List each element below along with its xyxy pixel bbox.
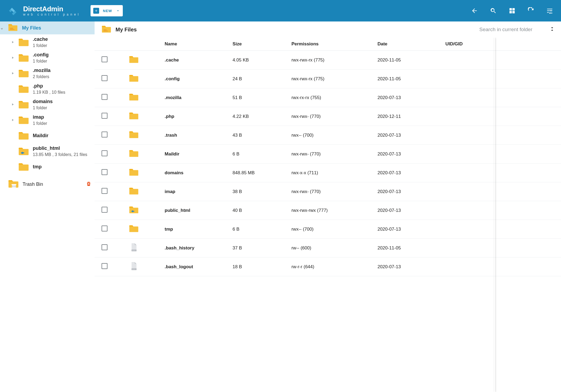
header-actions bbox=[471, 7, 553, 14]
sidebar-item[interactable]: domains1 folder bbox=[0, 97, 95, 112]
folder-icon bbox=[128, 136, 139, 141]
arrow-left-icon bbox=[471, 7, 478, 14]
row-checkbox[interactable] bbox=[102, 56, 107, 62]
column-header-uid[interactable]: UID/GID bbox=[443, 38, 561, 51]
table-row[interactable]: .bash_history37 Brw-- (600)2020-11-05 bbox=[95, 239, 561, 257]
sidebar-item-sub: 1 folder bbox=[33, 106, 53, 110]
row-checkbox[interactable] bbox=[102, 169, 107, 175]
file-date: 2020-07-13 bbox=[375, 164, 443, 182]
table-row[interactable]: public_html40 Brwx-rwx-rwx (777)2020-07-… bbox=[95, 201, 561, 220]
sidebar-item[interactable]: imap1 folder bbox=[0, 112, 95, 128]
table-row[interactable]: .php4.22 KBrwx-rwx- (770)2020-12-11 bbox=[95, 107, 561, 126]
table-row[interactable]: .bash_logout18 Brw-r-r (644)2020-07-13 bbox=[95, 257, 561, 276]
sidebar-trash[interactable]: Trash Bin bbox=[0, 176, 95, 192]
expand-icon[interactable] bbox=[11, 103, 15, 106]
folder-icon bbox=[18, 52, 30, 64]
expand-icon bbox=[11, 150, 15, 153]
file-permissions: rwx-rx-rx (755) bbox=[289, 88, 375, 107]
expand-icon[interactable] bbox=[11, 56, 15, 59]
row-checkbox[interactable] bbox=[102, 75, 107, 81]
sidebar-item-name: .cache bbox=[33, 37, 48, 42]
sidebar-item[interactable]: public_html13.85 MB , 3 folders, 21 file… bbox=[0, 143, 95, 159]
sidebar-item[interactable]: Maildir bbox=[0, 128, 95, 143]
table-row[interactable]: .cache4.05 KBrwx-rwx-rx (775)2020-11-05 bbox=[95, 51, 561, 70]
sidebar-item[interactable]: .mozilla2 folders bbox=[0, 66, 95, 81]
table-row[interactable]: imap38 Brwx-rwx- (770)2020-07-13 bbox=[95, 182, 561, 201]
view-grid-button[interactable] bbox=[508, 7, 516, 14]
column-header-name[interactable]: Name bbox=[163, 38, 231, 51]
table-row[interactable]: .trash43 Brwx-- (700)2020-07-13 bbox=[95, 126, 561, 145]
settings-button[interactable] bbox=[546, 7, 553, 14]
folder-search-input[interactable] bbox=[479, 27, 541, 32]
file-permissions: rwx-rwx- (770) bbox=[289, 107, 375, 126]
sidebar-root[interactable]: My Files bbox=[0, 21, 95, 34]
table-row[interactable]: .config24 Brwx-rwx-rx (775)2020-11-05 bbox=[95, 70, 561, 88]
file-icon bbox=[128, 249, 139, 254]
folder-icon bbox=[128, 117, 139, 122]
sidebar-root-label: My Files bbox=[22, 25, 41, 31]
file-uid-gid bbox=[443, 107, 561, 126]
row-checkbox[interactable] bbox=[102, 132, 107, 137]
grid-icon bbox=[509, 7, 516, 14]
new-button[interactable]: NEW bbox=[91, 5, 123, 16]
table-row[interactable]: domains848.85 MBrwx-x-x (711)2020-07-13 bbox=[95, 164, 561, 182]
file-permissions: rwx-rwx-rx (775) bbox=[289, 51, 375, 70]
sidebar-item[interactable]: .config1 folder bbox=[0, 50, 95, 66]
expand-icon[interactable] bbox=[11, 72, 15, 75]
sidebar: My Files .cache1 folder.config1 folder.m… bbox=[0, 21, 95, 392]
folder-icon bbox=[18, 114, 30, 126]
column-header-size[interactable]: Size bbox=[231, 38, 289, 51]
chevron-down-icon bbox=[116, 9, 120, 13]
file-uid-gid bbox=[443, 88, 561, 107]
file-uid-gid bbox=[443, 220, 561, 239]
empty-trash-icon[interactable] bbox=[86, 181, 91, 187]
row-checkbox[interactable] bbox=[102, 263, 107, 269]
folder-link-icon bbox=[18, 145, 30, 157]
search-button[interactable] bbox=[490, 7, 497, 14]
table-row[interactable]: .mozilla51 Brwx-rx-rx (755)2020-07-13 bbox=[95, 88, 561, 107]
new-button-label: NEW bbox=[103, 9, 112, 13]
column-header-permissions[interactable]: Permissions bbox=[289, 38, 375, 51]
expand-icon bbox=[11, 87, 15, 90]
file-uid-gid bbox=[443, 145, 561, 164]
sidebar-item-sub: 2 folders bbox=[33, 74, 51, 79]
table-row[interactable]: tmp6 Brwx-- (700)2020-07-13 bbox=[95, 220, 561, 239]
file-permissions: rwx-- (700) bbox=[289, 220, 375, 239]
row-checkbox[interactable] bbox=[102, 207, 107, 213]
table-row[interactable]: Maildir6 Brwx-rwx- (770)2020-07-13 bbox=[95, 145, 561, 164]
sidebar-item[interactable]: .php1.19 KB , 10 files bbox=[0, 81, 95, 97]
collapse-toggle[interactable] bbox=[550, 26, 555, 33]
sidebar-item[interactable]: tmp bbox=[0, 159, 95, 175]
file-name: Maildir bbox=[163, 145, 231, 164]
row-checkbox[interactable] bbox=[102, 113, 107, 119]
sidebar-item-sub: 1.19 KB , 10 files bbox=[33, 90, 65, 95]
file-name: .bash_history bbox=[163, 239, 231, 257]
row-checkbox[interactable] bbox=[102, 244, 107, 250]
expand-icon[interactable] bbox=[11, 41, 15, 44]
collapse-root-icon[interactable] bbox=[1, 27, 3, 29]
sidebar-item[interactable]: .cache1 folder bbox=[0, 34, 95, 50]
back-button[interactable] bbox=[471, 7, 478, 14]
file-date: 2020-07-13 bbox=[375, 126, 443, 145]
folder-icon bbox=[128, 192, 139, 197]
file-size: 40 B bbox=[231, 201, 289, 220]
sidebar-item-name: .config bbox=[33, 52, 49, 58]
row-checkbox[interactable] bbox=[102, 94, 107, 100]
file-size: 848.85 MB bbox=[231, 164, 289, 182]
file-name: imap bbox=[163, 182, 231, 201]
folder-icon bbox=[18, 161, 30, 173]
file-date: 2020-07-13 bbox=[375, 88, 443, 107]
brand-logo[interactable]: DirectAdmin web control panel bbox=[8, 5, 80, 17]
file-name: .trash bbox=[163, 126, 231, 145]
refresh-button[interactable] bbox=[527, 7, 535, 14]
file-uid-gid bbox=[443, 51, 561, 70]
expand-icon[interactable] bbox=[11, 118, 15, 122]
column-header-date[interactable]: Date bbox=[375, 38, 443, 51]
row-checkbox[interactable] bbox=[102, 150, 107, 156]
file-size: 24 B bbox=[231, 70, 289, 88]
sidebar-trash-label: Trash Bin bbox=[23, 182, 83, 187]
file-size: 4.22 KB bbox=[231, 107, 289, 126]
row-checkbox[interactable] bbox=[102, 188, 107, 194]
file-table: Name Size Permissions Date UID/GID .cach… bbox=[95, 38, 561, 276]
row-checkbox[interactable] bbox=[102, 226, 107, 231]
